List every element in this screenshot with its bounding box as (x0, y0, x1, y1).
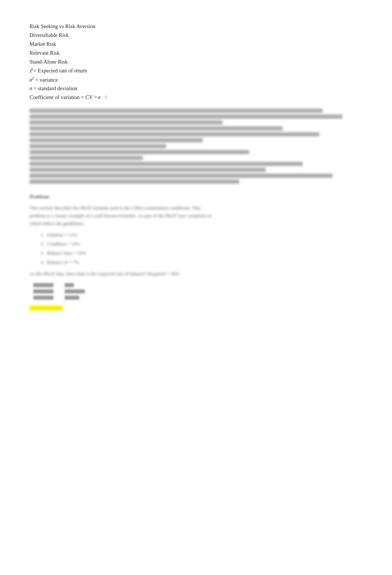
table-section (30, 283, 362, 313)
problem-body: This section describes the PRAT formula … (30, 204, 362, 227)
term-relevant-risk: Relevant Risk (30, 49, 362, 58)
term-risk-seeking: Risk Seeking vs Risk Aversion (30, 22, 362, 31)
problem-list: Solution = 12% Condition = 14% Balance i… (41, 231, 362, 266)
list-item-4: Balance of = 7% (41, 259, 362, 266)
term-std-dev: σ = standard deviation (30, 84, 362, 93)
term-variance: σ2 = variance (30, 75, 362, 85)
blurred-content-block-1 (30, 109, 362, 184)
terms-section: Risk Seeking vs Risk Aversion Diversifia… (30, 22, 362, 102)
list-item-2: Condition = 14% (41, 240, 362, 248)
term-market-risk: Market Risk (30, 40, 362, 49)
bottom-question: As the PRAT data, then what is the expec… (30, 270, 362, 278)
term-stand-alone: Stand-Alone Risk (30, 58, 362, 67)
term-diversifiable: Diversifiable Risk (30, 31, 362, 40)
yellow-highlight (30, 306, 63, 311)
list-item-1: Solution = 12% (41, 231, 362, 239)
term-cv: Coefficient of variation = CV = σ / r̂ (30, 93, 362, 102)
list-item-3: Balance item = 19% (41, 249, 362, 257)
page-content: Risk Seeking vs Risk Aversion Diversifia… (30, 22, 362, 313)
problem-header: Problem: (30, 194, 362, 200)
term-expected-return: r̂ = Expected rate of return (30, 67, 362, 75)
